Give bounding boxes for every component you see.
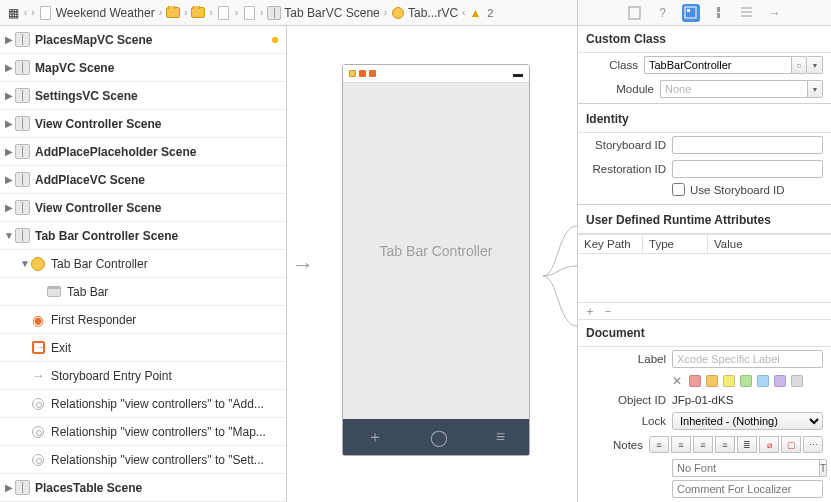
- relationship-row[interactable]: Relationship "view controllers" to "Add.…: [0, 390, 286, 418]
- disclosure-icon[interactable]: [4, 230, 14, 241]
- dropdown-clear-icon[interactable]: ○: [791, 56, 807, 74]
- color-swatch[interactable]: [791, 375, 803, 387]
- first-responder-row[interactable]: ◉First Responder: [0, 306, 286, 334]
- crumb-label: Tab BarVC Scene: [284, 6, 379, 20]
- color-swatch[interactable]: [689, 375, 701, 387]
- align-justify-button[interactable]: ≡: [715, 436, 735, 453]
- strike-button[interactable]: ⌀: [759, 436, 779, 453]
- chevron-left-icon[interactable]: ‹: [24, 7, 27, 18]
- warning-dot-icon: [272, 37, 278, 43]
- exit-row[interactable]: Exit: [0, 334, 286, 362]
- color-swatch[interactable]: [706, 375, 718, 387]
- disclosure-icon[interactable]: [4, 482, 14, 493]
- grid-icon[interactable]: ▦: [6, 6, 20, 20]
- scene-row[interactable]: View Controller Scene: [0, 194, 286, 222]
- color-swatch[interactable]: [757, 375, 769, 387]
- controller-row[interactable]: Tab Bar Controller: [0, 250, 286, 278]
- relationship-row[interactable]: Relationship "view controllers" to "Sett…: [0, 446, 286, 474]
- disclosure-icon[interactable]: [4, 90, 14, 101]
- doc-label-label: Label: [586, 353, 666, 365]
- storyboard-canvas[interactable]: → ▬ Tab Bar Controller ＋ ◯ ≡: [287, 26, 577, 502]
- help-inspector-tab[interactable]: ?: [654, 4, 672, 22]
- module-field[interactable]: [660, 80, 807, 98]
- scene-row[interactable]: AddPlaceVC Scene: [0, 166, 286, 194]
- crumb-folder[interactable]: [166, 6, 180, 20]
- remove-attribute-button[interactable]: －: [602, 303, 614, 320]
- connection-lines: [543, 216, 577, 336]
- titlebar-dot-icon: [349, 70, 356, 77]
- module-label: Module: [586, 83, 654, 95]
- file-inspector-tab[interactable]: [626, 4, 644, 22]
- add-attribute-button[interactable]: ＋: [584, 303, 596, 320]
- svg-rect-0: [629, 7, 640, 19]
- udr-table-body[interactable]: [578, 254, 831, 302]
- identity-inspector-tab[interactable]: [682, 4, 700, 22]
- breadcrumb[interactable]: ▦ ‹ › Weekend Weather › › › › › Tab BarV…: [0, 6, 577, 20]
- scene-row[interactable]: View Controller Scene: [0, 110, 286, 138]
- color-swatch[interactable]: [723, 375, 735, 387]
- crumb-file[interactable]: [242, 6, 256, 20]
- tabbar-row[interactable]: Tab Bar: [0, 278, 286, 306]
- use-storyboard-id-checkbox[interactable]: [672, 183, 685, 196]
- disclosure-icon[interactable]: [4, 118, 14, 129]
- disclosure-icon[interactable]: [4, 174, 14, 185]
- color-swatch[interactable]: [740, 375, 752, 387]
- scene-row[interactable]: AddPlacePlaceholder Scene: [0, 138, 286, 166]
- section-header: Custom Class: [578, 26, 831, 53]
- align-center-button[interactable]: ≡: [671, 436, 691, 453]
- class-field[interactable]: [644, 56, 791, 74]
- col-value: Value: [708, 235, 831, 253]
- crumb-controller[interactable]: Tab...rVC: [391, 6, 458, 20]
- list-button[interactable]: ≣: [737, 436, 757, 453]
- doc-label-field[interactable]: [672, 350, 823, 368]
- connections-inspector-tab[interactable]: →: [766, 4, 784, 22]
- storyboard-id-field[interactable]: [672, 136, 823, 154]
- restoration-id-field[interactable]: [672, 160, 823, 178]
- svg-rect-4: [717, 13, 720, 18]
- device-preview[interactable]: ▬ Tab Bar Controller ＋ ◯ ≡: [342, 64, 530, 456]
- crumb-folder[interactable]: [191, 6, 205, 20]
- scene-row[interactable]: MapVC Scene: [0, 54, 286, 82]
- storyboard-id-label: Storyboard ID: [586, 139, 666, 151]
- align-right-button[interactable]: ≡: [693, 436, 713, 453]
- chevron-right-icon[interactable]: ›: [31, 7, 34, 18]
- relationship-row[interactable]: Relationship "view controllers" to "Map.…: [0, 418, 286, 446]
- chevron-down-icon[interactable]: ▾: [807, 56, 823, 74]
- crumb-label: Tab...rVC: [408, 6, 458, 20]
- font-field[interactable]: [672, 459, 819, 477]
- disclosure-icon[interactable]: [4, 34, 14, 45]
- attributes-inspector-tab[interactable]: [710, 4, 728, 22]
- crumb-scene[interactable]: Tab BarVC Scene: [267, 6, 379, 20]
- lock-select[interactable]: Inherited - (Nothing): [672, 412, 823, 430]
- disclosure-icon[interactable]: [4, 62, 14, 73]
- font-picker-button[interactable]: T: [819, 459, 827, 477]
- crumb-project[interactable]: Weekend Weather: [39, 6, 155, 20]
- scene-row[interactable]: PlacesTable Scene: [0, 474, 286, 502]
- device-tabbar: ＋ ◯ ≡: [343, 419, 529, 455]
- entry-arrow-icon[interactable]: →: [292, 252, 314, 278]
- align-left-button[interactable]: ≡: [649, 436, 669, 453]
- scene-row[interactable]: SettingsVC Scene: [0, 82, 286, 110]
- lock-label: Lock: [586, 415, 666, 427]
- size-inspector-tab[interactable]: [738, 4, 756, 22]
- relationship-icon: [32, 454, 44, 466]
- more-button[interactable]: ⋯: [803, 436, 823, 453]
- clear-button[interactable]: ▢: [781, 436, 801, 453]
- section-header: Document: [578, 320, 831, 347]
- chevron-down-icon[interactable]: ▾: [807, 80, 823, 98]
- crumb-file[interactable]: [217, 6, 231, 20]
- warning-icon[interactable]: ▲: [469, 6, 481, 20]
- disclosure-icon[interactable]: [20, 258, 30, 269]
- inspector-tabs: ? →: [577, 0, 831, 26]
- menu-icon: ≡: [496, 428, 505, 446]
- document-outline[interactable]: PlacesMapVC Scene MapVC Scene SettingsVC…: [0, 26, 287, 502]
- clear-color-icon[interactable]: ✕: [672, 374, 682, 388]
- scene-row[interactable]: PlacesMapVC Scene: [0, 26, 286, 54]
- color-swatch[interactable]: [774, 375, 786, 387]
- localizer-comment-field[interactable]: [672, 480, 823, 498]
- disclosure-icon[interactable]: [4, 146, 14, 157]
- scene-row[interactable]: Tab Bar Controller Scene: [0, 222, 286, 250]
- disclosure-icon[interactable]: [4, 202, 14, 213]
- crumb-label: Weekend Weather: [56, 6, 155, 20]
- entry-point-row[interactable]: →Storyboard Entry Point: [0, 362, 286, 390]
